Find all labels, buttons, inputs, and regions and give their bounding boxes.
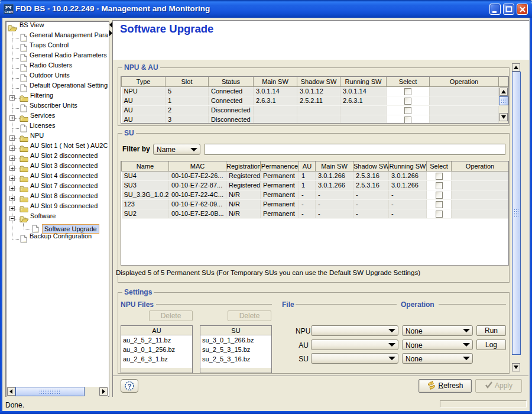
svg-text:?: ? <box>128 383 132 390</box>
